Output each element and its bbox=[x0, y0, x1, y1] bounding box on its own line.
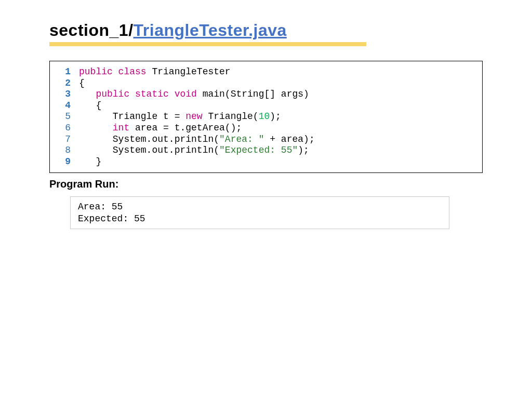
title-prefix: section_1/ bbox=[49, 21, 134, 39]
line-number: 3 bbox=[57, 89, 71, 100]
code-text: TriangleTester bbox=[152, 66, 230, 77]
code-text: area = t.getArea(); bbox=[129, 123, 242, 133]
line-number: 1 bbox=[57, 66, 71, 78]
code-text: Triangle t = bbox=[113, 111, 185, 122]
code-indent bbox=[79, 123, 113, 133]
code-indent bbox=[79, 89, 96, 99]
code-string: "Area: " bbox=[219, 134, 264, 144]
code-text: ); bbox=[298, 145, 309, 155]
line-number: 6 bbox=[57, 123, 71, 134]
code-keyword: public class bbox=[79, 66, 152, 77]
code-text: { bbox=[96, 100, 101, 111]
code-indent bbox=[79, 134, 113, 144]
line-number: 8 bbox=[57, 145, 71, 156]
code-keyword: new bbox=[185, 111, 202, 122]
line-number: 4 bbox=[57, 100, 71, 112]
code-indent bbox=[79, 156, 96, 167]
line-number: 7 bbox=[57, 134, 71, 145]
line-number: 2 bbox=[57, 78, 71, 89]
code-text: System.out.println( bbox=[113, 134, 219, 144]
code-text: { bbox=[79, 78, 85, 88]
code-listing: 1public class TriangleTester 2{ 3 public… bbox=[49, 61, 483, 173]
line-number: 5 bbox=[57, 111, 71, 123]
code-text: Triangle( bbox=[203, 111, 259, 122]
line-number: 9 bbox=[57, 156, 71, 168]
code-indent bbox=[79, 145, 113, 155]
code-text: System.out.println( bbox=[113, 145, 219, 155]
output-line: Expected: 55 bbox=[78, 214, 145, 224]
title-filename-link[interactable]: TriangleTester.java bbox=[134, 21, 287, 39]
code-text: main(String[] args) bbox=[203, 89, 309, 99]
code-indent bbox=[79, 100, 96, 111]
code-string: "Expected: 55" bbox=[219, 145, 298, 155]
program-run-heading: Program Run: bbox=[49, 178, 483, 190]
page-title: section_1/TriangleTester.java bbox=[49, 21, 483, 40]
code-indent bbox=[79, 111, 113, 122]
output-line: Area: 55 bbox=[78, 202, 123, 212]
code-number: 10 bbox=[259, 111, 270, 122]
code-type: int bbox=[113, 123, 129, 133]
code-text: ); bbox=[270, 111, 281, 122]
program-output: Area: 55 Expected: 55 bbox=[70, 196, 449, 229]
code-keyword: public static void bbox=[96, 89, 202, 99]
code-text: + area); bbox=[264, 134, 314, 144]
code-text: } bbox=[96, 156, 101, 167]
page: section_1/TriangleTester.java 1public cl… bbox=[0, 0, 532, 229]
title-underline bbox=[49, 42, 366, 46]
